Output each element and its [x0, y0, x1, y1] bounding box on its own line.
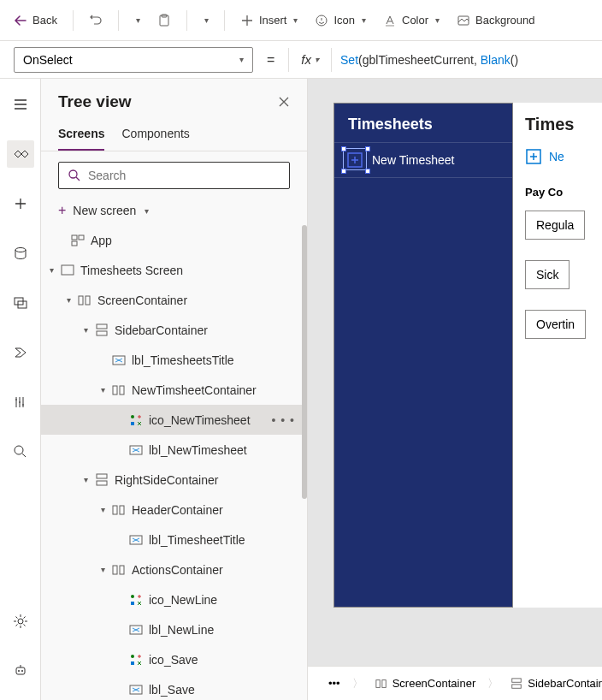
hcontainer-icon	[111, 502, 127, 518]
hcontainer-icon	[111, 383, 127, 398]
icon-button[interactable]: Icon ▾	[308, 9, 373, 33]
background-button[interactable]: Background	[450, 9, 541, 33]
search-field[interactable]	[88, 169, 280, 182]
formula-input[interactable]: Set(gblTimesheetCurrent, Blank()	[340, 53, 518, 67]
close-button[interactable]	[278, 96, 290, 108]
tree-node-lbl-timesheet-title[interactable]: lbl_TimesheetTitle	[41, 525, 307, 555]
tree-node-lbl-timesheets-title[interactable]: lbl_TimesheetsTitle	[41, 345, 307, 375]
preview-sidebar[interactable]: Timesheets New Timesheet	[333, 103, 513, 608]
preview-right-panel[interactable]: Times Ne Pay Co Regula Sick Overtin	[513, 103, 602, 608]
svg-rect-30	[113, 506, 117, 514]
tree-panel: Tree view Screens Components + New scree…	[41, 79, 308, 700]
media-button[interactable]	[7, 289, 34, 317]
data-button[interactable]	[7, 240, 34, 267]
breadcrumb-screen-container[interactable]: ScreenContainer	[367, 673, 485, 693]
canvas[interactable]: Timesheets New Timesheet Times	[308, 79, 602, 700]
tree-node-app[interactable]: App	[41, 225, 307, 255]
preview-overtime-button[interactable]: Overtin	[525, 310, 586, 339]
tab-components[interactable]: Components	[121, 122, 189, 151]
preview-new-line[interactable]: Ne	[525, 148, 602, 165]
tree-node-actions-container[interactable]: ▾ ActionsContainer	[41, 555, 307, 584]
back-button[interactable]: Back	[7, 9, 64, 33]
svg-rect-45	[512, 678, 522, 681]
separator	[331, 48, 332, 72]
selection-handle[interactable]	[341, 169, 346, 174]
screen-icon	[60, 263, 75, 278]
tree-node-lbl-new-line[interactable]: lbl_NewLine	[41, 614, 307, 644]
preview-sick-button[interactable]: Sick	[525, 260, 570, 289]
copilot-button[interactable]	[7, 657, 34, 685]
label-icon	[128, 682, 144, 697]
preview-new-timesheet-row[interactable]: New Timesheet	[334, 143, 512, 177]
chevron-down-icon: ▾	[435, 15, 440, 25]
preview-regular-button[interactable]: Regula	[525, 211, 585, 240]
tree-node-ico-save[interactable]: ico_Save	[41, 644, 307, 674]
svg-point-25	[131, 415, 134, 418]
vcontainer-icon	[94, 323, 109, 338]
new-screen-button[interactable]: + New screen ▾	[41, 196, 307, 225]
separator	[224, 10, 225, 31]
arrow-left-icon	[14, 14, 27, 27]
preview-new-timesheet-label: New Timesheet	[372, 153, 454, 167]
color-icon	[383, 14, 397, 27]
tree-node-screen-container[interactable]: ▾ ScreenContainer	[41, 285, 307, 315]
tree-node-header-container[interactable]: ▾ HeaderContainer	[41, 495, 307, 525]
chevron-down-icon: ▾	[96, 505, 109, 514]
flows-button[interactable]	[7, 339, 34, 366]
svg-point-5	[15, 248, 26, 252]
separator	[334, 177, 512, 178]
label-icon	[128, 532, 144, 548]
undo-button[interactable]	[82, 9, 109, 33]
top-toolbar: Back ▾ ▾ Insert ▾ Icon ▾ Color ▾	[0, 0, 602, 41]
more-icon[interactable]: • • •	[272, 413, 300, 427]
tree-node-lbl-new-timesheet[interactable]: lbl_NewTimesheet	[41, 435, 307, 465]
insert-rail-button[interactable]	[7, 190, 34, 217]
tree-node-new-timesheet-container[interactable]: ▾ NewTimsheetContainer	[41, 375, 307, 405]
svg-rect-24	[120, 386, 124, 394]
app-preview[interactable]: Timesheets New Timesheet Times	[333, 103, 602, 608]
search-button[interactable]	[7, 438, 34, 466]
tree-view-button[interactable]	[7, 140, 34, 168]
left-rail	[0, 79, 41, 700]
svg-rect-14	[72, 235, 77, 240]
fx-label[interactable]: fx ▾	[298, 52, 322, 67]
svg-rect-20	[97, 324, 107, 329]
tree-tabs: Screens Components	[41, 118, 307, 151]
svg-point-35	[131, 595, 134, 598]
tree-node-right-side-container[interactable]: ▾ RightSideContainer	[41, 465, 307, 495]
add-box-icon	[525, 148, 542, 165]
tab-screens[interactable]: Screens	[58, 122, 104, 151]
chevron-down-icon: ▾	[62, 295, 75, 305]
settings-button[interactable]	[7, 608, 34, 635]
selection-handle[interactable]	[365, 146, 370, 151]
icon-label: Icon	[333, 14, 355, 27]
paste-dropdown[interactable]: ▾	[196, 10, 215, 30]
tree-node-ico-new-line[interactable]: ico_NewLine	[41, 584, 307, 614]
breadcrumb-sidebar-container[interactable]: SidebarContainer	[502, 673, 602, 693]
separator	[118, 10, 119, 31]
breadcrumb-more[interactable]: •••	[320, 673, 349, 693]
color-button[interactable]: Color ▾	[376, 9, 446, 33]
variables-button[interactable]	[7, 389, 34, 416]
scrollbar[interactable]	[302, 225, 307, 499]
paste-button[interactable]	[150, 9, 178, 33]
tree-node-lbl-save[interactable]: lbl_Save	[41, 674, 307, 700]
icon-control-icon	[128, 412, 144, 428]
formula-bar: OnSelect ▾ = fx ▾ Set(gblTimesheetCurren…	[0, 41, 602, 79]
tree-node-ico-new-timesheet[interactable]: ico_NewTimesheet • • •	[41, 405, 307, 435]
svg-rect-26	[131, 422, 134, 425]
undo-dropdown[interactable]: ▾	[127, 10, 147, 30]
tree-node-timesheets-screen[interactable]: ▾ Timesheets Screen	[41, 255, 307, 285]
svg-point-11	[18, 670, 20, 672]
hamburger-button[interactable]	[7, 91, 34, 118]
insert-button[interactable]: Insert ▾	[233, 9, 305, 33]
background-icon	[457, 14, 470, 27]
selection-handle[interactable]	[365, 169, 370, 174]
chevron-down-icon: ▾	[79, 325, 92, 335]
property-selector[interactable]: OnSelect ▾	[14, 47, 253, 73]
svg-rect-44	[382, 679, 386, 687]
tree-node-sidebar-container[interactable]: ▾ SidebarContainer	[41, 315, 307, 345]
vcontainer-icon	[94, 472, 109, 488]
search-input[interactable]	[58, 162, 290, 189]
icon-control-icon	[128, 592, 144, 608]
